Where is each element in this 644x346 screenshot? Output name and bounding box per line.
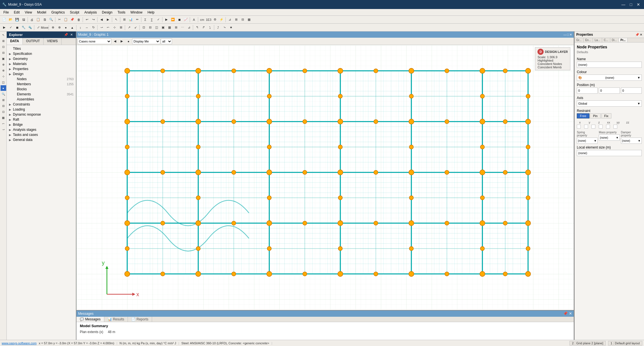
tb-zoom[interactable]: 🔍 [48,17,54,23]
tb-font[interactable]: A [191,17,197,23]
graphic-maximize-btn[interactable]: □ [567,33,569,37]
tb-forward[interactable]: ▶ [105,17,111,23]
tb-new[interactable]: 📄 [1,17,7,23]
tb2-arrow1[interactable]: ↗ [126,24,132,31]
cb-xx[interactable] [599,125,603,129]
tb-run2[interactable]: ⏩ [170,17,176,23]
tb2-extra5[interactable]: ↕ [77,24,83,31]
tb2-extra21[interactable]: ⤵ [207,24,213,31]
tab-data[interactable]: DATA [7,38,23,45]
prop-tab-la[interactable]: La... [593,38,602,42]
tb-select[interactable]: ↖ [113,17,119,23]
cb-y[interactable] [584,125,588,129]
tb2-rotate[interactable]: ↻ [90,24,96,31]
tb-extra6[interactable]: ▦ [246,17,252,23]
damper-property-select[interactable]: (none) ▼ [621,138,642,144]
sidebar-icon-3[interactable]: ▣ [1,56,6,61]
tb-chart[interactable]: 📊 [128,17,134,23]
tree-raft[interactable]: ▶ Raft [7,117,76,122]
tb-redo[interactable]: ↪ [90,17,96,23]
sidebar-icon-13[interactable]: ⤺ [1,121,6,126]
tb-save[interactable]: 💾 [14,17,20,23]
tb-auto[interactable]: ∑ [149,17,155,23]
messages-close-btn[interactable]: ✕ [569,311,572,316]
tb-print3[interactable]: 🖺 [42,17,48,23]
tb2-extra14[interactable]: ▣ [160,24,166,31]
spring-property-select[interactable]: (none) ▼ [577,138,598,144]
prop-tab-di[interactable]: Di... [610,38,619,42]
tb2-extra4[interactable]: ⊗ [56,24,62,31]
tb2-extra8[interactable]: ⤺ [105,24,111,31]
tab-messages[interactable]: 💬 Messages [76,317,104,322]
tb-delete[interactable]: 🗑 [76,17,82,23]
prop-pin-btn[interactable]: 📌 [635,33,639,37]
tab-output[interactable]: OUTPUT [23,38,44,45]
tb-table[interactable]: ⊞ [121,17,127,23]
sidebar-icon-11[interactable]: ⊡ [1,109,6,114]
toolbar-btn-3[interactable]: ● [125,38,132,44]
sidebar-icon-5[interactable]: ⊗ [1,68,6,73]
menu-window[interactable]: Window [128,10,145,15]
sidebar-icon-9[interactable]: ⊞ [1,97,6,103]
tb-run[interactable]: ▶ [163,17,170,23]
cb-z[interactable] [591,125,595,129]
tb2-extra9[interactable]: ⊹ [111,24,117,31]
explorer-pin-btn[interactable]: 📌 [63,33,69,37]
tab-results[interactable]: 📊 Results [104,317,128,322]
tab-views[interactable]: VIEWS [44,38,62,45]
menu-view[interactable]: View [22,10,34,15]
tb2-extra17[interactable]: ⋯ [179,24,186,31]
status-layout-pill[interactable]: 1 : Default grid layout [608,341,642,345]
prop-close-btn[interactable]: ✕ [640,33,642,37]
menu-tools[interactable]: Tools [115,10,128,15]
tree-elements[interactable]: Elements 3541 [7,92,76,97]
tb-save2[interactable]: 🖫 [21,17,27,23]
tb2-extra22[interactable]: ⤴ [215,24,221,31]
sidebar-icon-12[interactable]: ▦ [1,115,6,120]
tb2-extra1[interactable]: 🔧 [21,24,27,31]
tb2-move[interactable]: ⤢ [35,24,41,31]
sidebar-icon-pointer[interactable]: ↖ [1,32,6,38]
menu-help[interactable]: Help [145,10,157,15]
restraint-fix-btn[interactable]: Fix [601,113,612,118]
menu-sculpt[interactable]: Sculpt [68,10,82,15]
prop-tab-c[interactable]: C... [602,38,610,42]
minimize-button[interactable]: — [620,2,627,7]
messages-pin-btn[interactable]: 📌 [563,311,568,316]
display-select[interactable]: Display Me [132,39,160,44]
tb2-extra19[interactable]: ↰ [194,24,200,31]
tree-members[interactable]: Members 1255 [7,82,76,87]
mass-property-select[interactable]: (none) ▼ [599,134,620,141]
sidebar-icon-8[interactable]: 🔍 [1,91,6,97]
tb2-extra23[interactable]: ⤷ [222,24,228,31]
tb-extra2[interactable]: ⚡ [218,17,225,23]
tree-design[interactable]: ▶ Design [7,71,76,77]
prop-tab-en[interactable]: En... [584,38,593,42]
view-select[interactable]: all [161,39,172,44]
tb-graph[interactable]: 📈 [183,17,189,23]
sidebar-icon-10[interactable]: ⊟ [1,103,6,109]
graphic-minimize-btn[interactable]: — [563,33,566,37]
tb-cut[interactable]: ✂ [56,17,62,23]
local-element-input[interactable] [577,150,642,156]
tree-nodes[interactable]: Nodes 2763 [7,77,76,82]
tb-undo[interactable]: ↩ [84,17,90,23]
menu-edit[interactable]: Edit [12,10,22,15]
tree-assemblies[interactable]: Assemblies [7,97,76,102]
menu-model[interactable]: Model [35,10,49,15]
sidebar-icon-node[interactable]: ● [1,85,6,91]
tb2-extra3[interactable]: ⊕ [50,24,56,31]
tab-reports[interactable]: 📄 Reports [128,317,152,322]
tb-sculpt[interactable]: ✏ [134,17,140,23]
tb-paste[interactable]: 📌 [69,17,75,23]
tree-materials[interactable]: ▶ Materials [7,61,76,66]
cb-yy[interactable] [606,125,610,129]
tb-sum[interactable]: Σ [142,17,148,23]
restraint-pin-btn[interactable]: Pin [590,113,601,118]
colour-dropdown[interactable]: 🎨 (none) ▼ [577,75,642,81]
graphic-close-btn[interactable]: ✕ [570,33,572,37]
menu-graphics[interactable]: Graphics [49,10,67,15]
tb-print2[interactable]: 📋 [35,17,41,23]
menu-file[interactable]: File [1,10,11,15]
tb-1e3[interactable]: 1E3 [205,17,212,23]
